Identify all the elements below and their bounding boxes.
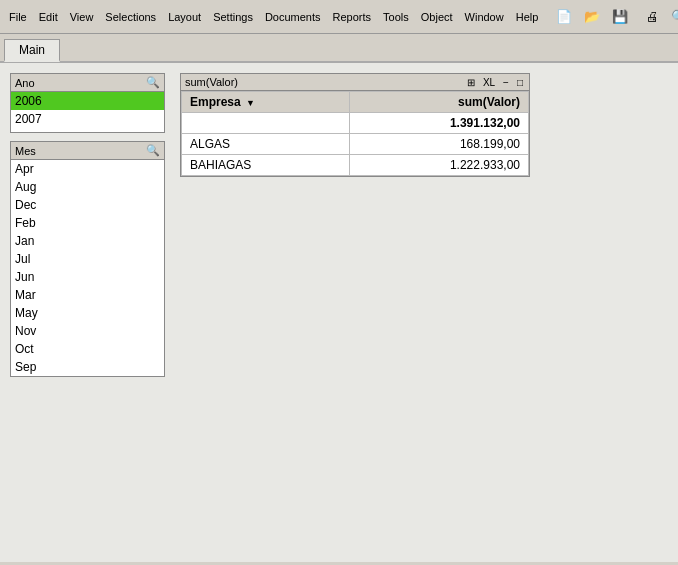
tab-bar: Main bbox=[0, 34, 678, 63]
col-valor-label: sum(Valor) bbox=[458, 95, 520, 109]
table-row-algas: ALGAS 168.199,00 bbox=[182, 134, 529, 155]
menu-settings[interactable]: Settings bbox=[208, 4, 258, 30]
menu-selections[interactable]: Selections bbox=[100, 4, 161, 30]
pivot-maximize-icon[interactable]: □ bbox=[515, 77, 525, 88]
sort-icon: ▼ bbox=[246, 98, 255, 108]
tab-main[interactable]: Main bbox=[4, 39, 60, 62]
table-area: sum(Valor) ⊞ XL − □ Empresa ▼ bbox=[180, 73, 668, 177]
mes-filter-label: Mes bbox=[15, 145, 36, 157]
toolbar-icon-2[interactable]: 📂 bbox=[579, 4, 605, 30]
algas-valor: 168.199,00 bbox=[350, 134, 529, 155]
col-valor-header[interactable]: sum(Valor) bbox=[350, 92, 529, 113]
bahiagas-empresa: BAHIAGAS bbox=[182, 155, 350, 176]
mes-item-apr[interactable]: Apr bbox=[11, 160, 164, 178]
menu-layout[interactable]: Layout bbox=[163, 4, 206, 30]
bahiagas-valor: 1.222.933,00 bbox=[350, 155, 529, 176]
pivot-header: sum(Valor) ⊞ XL − □ bbox=[181, 74, 529, 91]
total-value: 1.391.132,00 bbox=[350, 113, 529, 134]
mes-item-mar[interactable]: Mar bbox=[11, 286, 164, 304]
toolbar-icon-3[interactable]: 💾 bbox=[607, 4, 633, 30]
algas-empresa: ALGAS bbox=[182, 134, 350, 155]
mes-item-may[interactable]: May bbox=[11, 304, 164, 322]
main-content: Ano 🔍 2006 2007 Mes 🔍 Apr Aug Dec Feb Ja… bbox=[0, 63, 678, 562]
menu-window[interactable]: Window bbox=[460, 4, 509, 30]
mes-filter-header: Mes 🔍 bbox=[11, 142, 164, 160]
mes-search-icon[interactable]: 🔍 bbox=[146, 144, 160, 157]
menu-view[interactable]: View bbox=[65, 4, 99, 30]
ano-item-2007[interactable]: 2007 bbox=[11, 110, 164, 128]
menu-tools[interactable]: Tools bbox=[378, 4, 414, 30]
menu-object[interactable]: Object bbox=[416, 4, 458, 30]
mes-item-oct[interactable]: Oct bbox=[11, 340, 164, 358]
menu-help[interactable]: Help bbox=[511, 4, 544, 30]
mes-item-jan[interactable]: Jan bbox=[11, 232, 164, 250]
pivot-header-icons: ⊞ XL − □ bbox=[465, 77, 525, 88]
mes-item-jul[interactable]: Jul bbox=[11, 250, 164, 268]
mes-item-dec[interactable]: Dec bbox=[11, 196, 164, 214]
left-panels: Ano 🔍 2006 2007 Mes 🔍 Apr Aug Dec Feb Ja… bbox=[10, 73, 170, 377]
toolbar-icon-4[interactable]: 🖨 bbox=[641, 4, 664, 30]
ano-filter-box: Ano 🔍 2006 2007 bbox=[10, 73, 165, 133]
total-row: 1.391.132,00 bbox=[182, 113, 529, 134]
mes-filter-box: Mes 🔍 Apr Aug Dec Feb Jan Jul Jun Mar Ma… bbox=[10, 141, 165, 377]
menu-bar: File Edit View Selections Layout Setting… bbox=[0, 0, 678, 34]
menu-reports[interactable]: Reports bbox=[328, 4, 377, 30]
pivot-minimize-icon[interactable]: − bbox=[501, 77, 511, 88]
mes-item-feb[interactable]: Feb bbox=[11, 214, 164, 232]
table-header-row: Empresa ▼ sum(Valor) bbox=[182, 92, 529, 113]
pivot-xl-icon[interactable]: XL bbox=[481, 77, 497, 88]
ano-filter-label: Ano bbox=[15, 77, 35, 89]
ano-item-2006[interactable]: 2006 bbox=[11, 92, 164, 110]
col-empresa-label: Empresa bbox=[190, 95, 241, 109]
mes-filter-items: Apr Aug Dec Feb Jan Jul Jun Mar May Nov … bbox=[11, 160, 164, 376]
table-row-bahiagas: BAHIAGAS 1.222.933,00 bbox=[182, 155, 529, 176]
pivot-print-icon[interactable]: ⊞ bbox=[465, 77, 477, 88]
mes-item-sep[interactable]: Sep bbox=[11, 358, 164, 376]
col-empresa-header[interactable]: Empresa ▼ bbox=[182, 92, 350, 113]
toolbar-icon-1[interactable]: 📄 bbox=[551, 4, 577, 30]
menu-edit[interactable]: Edit bbox=[34, 4, 63, 30]
tab-main-label: Main bbox=[19, 43, 45, 57]
pivot-title: sum(Valor) bbox=[185, 76, 238, 88]
ano-search-icon[interactable]: 🔍 bbox=[146, 76, 160, 89]
mes-item-aug[interactable]: Aug bbox=[11, 178, 164, 196]
pivot-table-container: sum(Valor) ⊞ XL − □ Empresa ▼ bbox=[180, 73, 530, 177]
total-label bbox=[182, 113, 350, 134]
menu-file[interactable]: File bbox=[4, 4, 32, 30]
mes-item-nov[interactable]: Nov bbox=[11, 322, 164, 340]
toolbar-icon-5[interactable]: 🔍 bbox=[666, 4, 678, 30]
ano-filter-header: Ano 🔍 bbox=[11, 74, 164, 92]
menu-documents[interactable]: Documents bbox=[260, 4, 326, 30]
pivot-table: Empresa ▼ sum(Valor) 1.391.132,00 bbox=[181, 91, 529, 176]
ano-filter-items: 2006 2007 bbox=[11, 92, 164, 132]
mes-item-jun[interactable]: Jun bbox=[11, 268, 164, 286]
